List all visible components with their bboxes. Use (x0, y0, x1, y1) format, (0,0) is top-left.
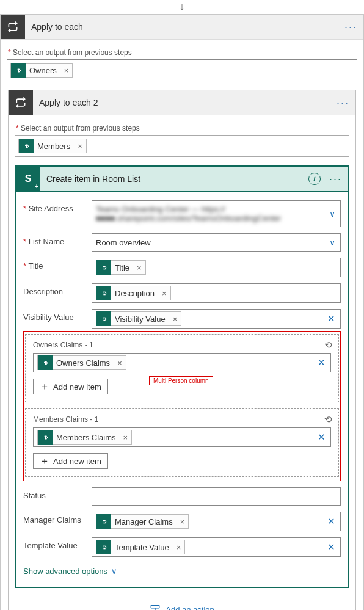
action-menu[interactable]: ··· (323, 173, 348, 186)
title-chip-remove[interactable]: × (133, 263, 145, 272)
sharepoint-icon: ၊ာ (11, 63, 26, 78)
svg-rect-0 (151, 605, 159, 608)
multi-person-highlight: Owners Claims - 1 ၊ာ Owners Claims × ✕ (23, 331, 341, 481)
visibility-field[interactable]: ၊ာ Visibility Value × ✕ (92, 309, 341, 329)
action-header[interactable]: S Create item in Room List i ··· (15, 165, 349, 192)
outer-select-input[interactable]: ၊ာ Owners × (7, 59, 357, 81)
owners-chip[interactable]: ၊ာ Owners × (10, 63, 73, 78)
inner-title: Apply to each 2 (33, 98, 330, 107)
list-name-value: Room overview (96, 238, 151, 247)
description-chip-label: Description (111, 289, 158, 298)
visibility-label: Visibility Value (23, 309, 92, 322)
manager-claims-label: Manager Claims (23, 512, 92, 525)
owners-claims-clear[interactable]: ✕ (318, 357, 326, 368)
site-address-field[interactable]: Teams Onboarding Center — https://■■■■.s… (92, 200, 341, 227)
owners-chip-label: Owners (26, 66, 60, 75)
inner-select-label: Select an output from previous steps (16, 124, 349, 133)
members-chip-label: Members (34, 142, 74, 151)
chevron-down-icon[interactable]: ∨ (329, 209, 335, 219)
members-claims-clear[interactable]: ✕ (318, 432, 326, 443)
template-value-chip-remove[interactable]: × (173, 543, 185, 552)
inner-menu[interactable]: ··· (330, 96, 355, 109)
list-name-label: List Name (23, 233, 92, 246)
owners-add-item-button[interactable]: ＋Add new item (33, 379, 108, 394)
outer-title: Apply to each (25, 22, 338, 32)
manager-claims-field[interactable]: ၊ာ Manager Claims × ✕ (92, 512, 341, 531)
outer-menu[interactable]: ··· (338, 21, 363, 34)
switch-mode-icon[interactable] (324, 339, 332, 350)
site-address-value: Teams Onboarding Center — https://■■■■.s… (96, 205, 337, 223)
sharepoint-icon: ၊ာ (96, 311, 111, 326)
apply-to-each-inner: Apply to each 2 ··· Select an output fro… (8, 90, 356, 610)
sharepoint-icon: ၊ာ (96, 540, 111, 554)
members-claims-field[interactable]: ၊ာ Members Claims × ✕ (33, 427, 331, 447)
title-label: Title (23, 258, 92, 271)
title-chip-label: Title (111, 263, 133, 272)
inner-add-action[interactable]: Add an action (15, 604, 349, 610)
status-label: Status (23, 487, 92, 500)
owners-claims-chip-remove[interactable]: × (114, 358, 126, 368)
annotation-multi-person: Multi Person column (149, 376, 213, 385)
owners-claims-label: Owners Claims - 1 (33, 341, 331, 349)
chevron-down-icon: ∨ (111, 567, 117, 576)
apply-to-each-outer: Apply to each ··· Select an output from … (0, 14, 364, 610)
members-claims-chip-label: Members Claims (53, 433, 120, 442)
list-name-field[interactable]: Room overview ∨ (92, 233, 341, 252)
template-value-field[interactable]: ၊ာ Template Value × ✕ (92, 537, 341, 557)
loop-icon (1, 15, 25, 39)
title-field[interactable]: ၊ာ Title × (92, 258, 341, 277)
sharepoint-icon: ၊ာ (19, 139, 34, 153)
members-claims-chip-remove[interactable]: × (120, 433, 132, 442)
create-item-action: S Create item in Room List i ··· Site Ad… (15, 165, 349, 588)
sharepoint-icon: ၊ာ (96, 260, 111, 275)
members-add-item-button[interactable]: ＋Add new item (33, 453, 108, 469)
outer-select-label: Select an output from previous steps (8, 48, 357, 57)
template-value-chip-label: Template Value (111, 543, 173, 552)
description-label: Description (23, 283, 92, 296)
template-value-chip[interactable]: ၊ာ Template Value × (96, 540, 185, 554)
manager-claims-chip-label: Manager Claims (111, 517, 177, 526)
switch-mode-icon[interactable] (324, 414, 332, 425)
visibility-chip[interactable]: ၊ာ Visibility Value × (96, 311, 181, 326)
inner-header[interactable]: Apply to each 2 ··· (9, 90, 355, 115)
visibility-clear[interactable]: ✕ (327, 313, 335, 324)
members-chip[interactable]: ၊ာ Members × (18, 139, 87, 153)
owners-claims-field[interactable]: ၊ာ Owners Claims × ✕ (33, 353, 331, 372)
title-chip[interactable]: ၊ာ Title × (96, 260, 146, 275)
visibility-chip-remove[interactable]: × (169, 314, 181, 324)
owners-claims-chip-label: Owners Claims (53, 358, 114, 368)
chevron-down-icon[interactable]: ∨ (329, 238, 335, 247)
site-address-label: Site Address (23, 200, 92, 213)
show-advanced-label: Show advanced options (23, 567, 107, 576)
show-advanced-options[interactable]: Show advanced options ∨ (23, 567, 117, 576)
manager-claims-clear[interactable]: ✕ (327, 516, 335, 527)
template-value-clear[interactable]: ✕ (327, 542, 335, 553)
manager-claims-chip-remove[interactable]: × (177, 517, 189, 526)
owners-claims-group: Owners Claims - 1 ၊ာ Owners Claims × ✕ (25, 334, 339, 402)
owners-chip-remove[interactable]: × (60, 66, 73, 75)
sharepoint-icon: ၊ာ (96, 286, 111, 300)
members-chip-remove[interactable]: × (74, 142, 86, 151)
members-claims-group: Members Claims - 1 ၊ာ Members Claims × ✕ (25, 408, 339, 477)
visibility-chip-label: Visibility Value (111, 314, 169, 324)
sharepoint-icon: ၊ာ (38, 430, 53, 445)
description-field[interactable]: ၊ာ Description × (92, 283, 341, 303)
inner-add-action-label: Add an action (166, 605, 214, 611)
info-icon[interactable]: i (308, 173, 321, 185)
owners-add-item-label: Add new item (53, 382, 101, 391)
inner-select-input[interactable]: ၊ာ Members × (15, 135, 349, 157)
description-chip-remove[interactable]: × (158, 289, 170, 298)
connector-arrow: ↓ (0, 0, 364, 13)
manager-claims-chip[interactable]: ၊ာ Manager Claims × (96, 514, 189, 529)
description-chip[interactable]: ၊ာ Description × (96, 286, 171, 300)
status-field[interactable] (92, 487, 341, 506)
members-claims-label: Members Claims - 1 (33, 415, 331, 424)
members-claims-chip[interactable]: ၊ာ Members Claims × (37, 430, 132, 445)
action-title: Create item in Room List (40, 174, 308, 184)
sharepoint-icon: ၊ာ (96, 514, 111, 529)
owners-claims-chip[interactable]: ၊ာ Owners Claims × (37, 355, 126, 370)
members-add-item-label: Add new item (53, 457, 101, 466)
sharepoint-icon: ၊ာ (38, 355, 53, 370)
sharepoint-action-icon: S (16, 167, 40, 191)
outer-header[interactable]: Apply to each ··· (1, 15, 363, 40)
